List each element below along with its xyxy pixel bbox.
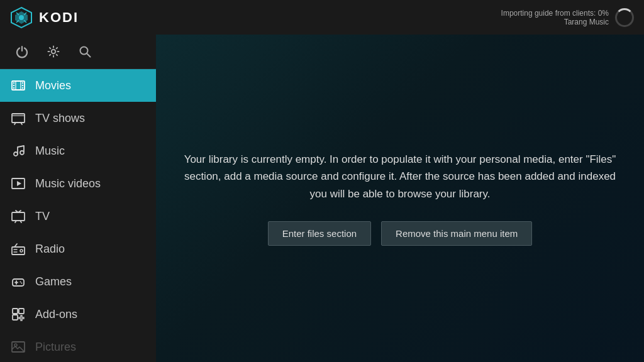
pictures-icon [10,339,26,355]
sidebar-item-tv-shows[interactable]: TV shows [0,102,156,134]
import-label: Importing guide from clients: 0% [501,9,609,18]
sidebar-item-games[interactable]: Games [0,265,156,298]
svg-point-39 [20,282,21,283]
sidebar-item-pictures[interactable]: Pictures [0,331,156,362]
sidebar-item-tv[interactable]: TV [0,200,156,233]
main-content: Movies TV shows [0,35,644,362]
sidebar-item-music[interactable]: Music [0,134,156,167]
sidebar-item-movies[interactable]: Movies [0,69,156,102]
games-icon [10,273,26,290]
svg-point-12 [13,85,14,86]
remove-menu-item-button[interactable]: Remove this main menu item [381,221,532,246]
svg-marker-26 [17,181,21,186]
sidebar-toolbar [0,35,156,69]
sidebar: Movies TV shows [0,35,156,362]
music-videos-icon [10,175,26,192]
app-title: KODI [39,9,79,26]
sidebar-item-music-videos[interactable]: Music videos [0,167,156,200]
svg-point-13 [13,87,14,89]
empty-library-text: Your library is currently empty. In orde… [181,151,619,202]
svg-point-16 [22,87,23,89]
import-text: Importing guide from clients: 0% Tarang … [501,9,609,26]
music-label: Music [35,145,65,158]
svg-line-9 [87,53,91,57]
kodi-logo-icon [10,6,33,29]
loading-spinner [615,8,634,27]
add-ons-label: Add-ons [35,308,77,321]
top-bar: KODI Importing guide from clients: 0% Ta… [0,0,644,35]
movies-label: Movies [35,79,71,92]
movies-icon [10,77,26,94]
radio-icon [10,241,26,257]
logo-area: KODI [10,6,79,29]
import-source: Tarang Music [564,18,609,26]
svg-rect-19 [12,114,25,123]
content-area: Your library is currently empty. In orde… [156,35,644,362]
svg-rect-43 [13,315,18,320]
main-nav: Movies TV shows [0,69,156,362]
music-icon [10,143,26,159]
import-status: Importing guide from clients: 0% Tarang … [501,8,634,27]
music-videos-label: Music videos [35,177,101,190]
radio-label: Radio [35,243,65,256]
empty-library-container: Your library is currently empty. In orde… [181,151,619,246]
add-ons-icon [10,306,26,322]
tv-shows-label: TV shows [35,112,85,125]
pictures-label: Pictures [35,341,76,354]
svg-rect-27 [12,212,25,221]
tv-shows-icon [10,110,26,126]
svg-point-2 [19,15,24,20]
action-buttons: Enter files section Remove this main men… [181,221,619,246]
svg-point-7 [52,50,55,53]
settings-button[interactable] [44,42,63,61]
tv-icon [10,208,26,224]
games-label: Games [35,275,72,288]
sidebar-item-radio[interactable]: Radio [0,233,156,265]
svg-point-24 [20,151,24,155]
svg-rect-42 [19,309,24,314]
svg-point-14 [22,82,23,84]
svg-point-11 [13,82,14,84]
enter-files-button[interactable]: Enter files section [268,221,371,246]
svg-point-33 [20,250,23,252]
gear-icon [47,45,60,58]
search-icon [78,45,92,58]
power-button[interactable] [13,42,31,61]
search-button[interactable] [75,42,94,61]
svg-point-15 [22,85,23,86]
svg-rect-41 [13,309,18,314]
sidebar-item-add-ons[interactable]: Add-ons [0,298,156,331]
svg-point-40 [21,283,23,284]
power-icon [15,45,29,58]
tv-label: TV [35,210,50,223]
